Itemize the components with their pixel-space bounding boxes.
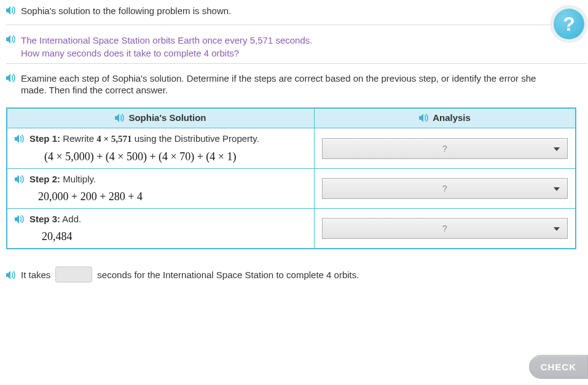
- problem-line2: How many seconds does it take to complet…: [21, 47, 312, 60]
- step-math: 20,000 + 200 + 280 + 4: [38, 190, 307, 203]
- table-row: Step 3: Add. 20,484 ?: [7, 209, 575, 249]
- speaker-icon[interactable]: [15, 175, 25, 184]
- divider: [6, 63, 587, 64]
- table-row: Step 2: Multiply. 20,000 + 200 + 280 + 4…: [7, 169, 575, 209]
- speaker-icon[interactable]: [15, 215, 25, 224]
- speaker-icon[interactable]: [115, 114, 125, 122]
- step-desc-suffix: using the Distributive Property.: [132, 133, 259, 144]
- solution-table: Sophia's Solution Analysis: [6, 107, 576, 250]
- analysis-dropdown[interactable]: ?: [322, 138, 568, 159]
- analysis-dropdown[interactable]: ?: [322, 218, 568, 239]
- speaker-icon[interactable]: [15, 134, 25, 143]
- speaker-icon[interactable]: [419, 114, 429, 122]
- speaker-icon[interactable]: [6, 74, 16, 82]
- step-label: Step 2:: [29, 174, 60, 184]
- check-button[interactable]: CHECK: [529, 355, 588, 379]
- step-desc-prefix: Rewrite: [63, 133, 96, 144]
- answer-input[interactable]: [55, 266, 92, 282]
- analysis-dropdown[interactable]: ?: [322, 178, 568, 199]
- step-desc-prefix: Add.: [62, 214, 81, 224]
- speaker-icon[interactable]: [6, 35, 16, 44]
- speaker-icon[interactable]: [6, 271, 16, 279]
- step-desc-prefix: Multiply.: [63, 174, 96, 184]
- problem-line1: The International Space Station orbits E…: [21, 34, 312, 47]
- answer-suffix: seconds for the International Space Stat…: [97, 270, 359, 280]
- answer-prefix: It takes: [21, 270, 50, 280]
- step-math: (4 × 5,000) + (4 × 500) + (4 × 70) + (4 …: [44, 150, 307, 163]
- help-button[interactable]: ?: [554, 9, 584, 39]
- instruction-text: Examine each step of Sophia's solution. …: [21, 72, 537, 96]
- step-desc-math: 4 × 5,571: [96, 134, 131, 144]
- intro-text: Sophia's solution to the following probl…: [21, 5, 231, 17]
- speaker-icon[interactable]: [6, 6, 16, 15]
- header-solution: Sophia's Solution: [128, 112, 206, 123]
- step-math: 20,484: [42, 230, 307, 243]
- header-analysis: Analysis: [433, 112, 471, 123]
- table-row: Step 1: Rewrite 4 × 5,571 using the Dist…: [7, 128, 575, 169]
- step-label: Step 1:: [29, 133, 60, 144]
- step-label: Step 3:: [29, 214, 60, 224]
